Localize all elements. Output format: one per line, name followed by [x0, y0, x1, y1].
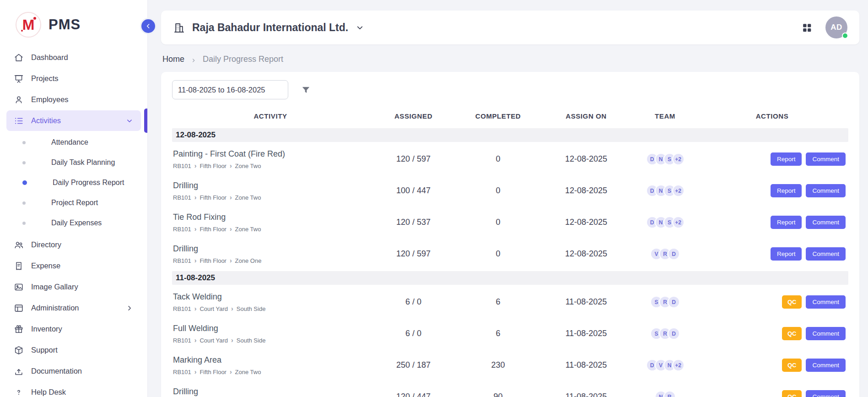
sidebar-nav: Dashboard Projects Employees Activities … — [0, 46, 147, 397]
activity-name: Tie Rod Fixing — [173, 212, 369, 222]
chevron-right-icon: › — [231, 337, 233, 343]
team-member-avatar: +2 — [672, 153, 685, 165]
table-row: Tack Welding RB101›Court Yard›South Side… — [172, 286, 848, 318]
column-header-team: TEAM — [634, 112, 696, 120]
path-segment: RB101 — [173, 194, 191, 201]
sidebar-item-documentation[interactable]: Documentation — [6, 361, 141, 381]
report-button[interactable]: Report — [771, 247, 802, 261]
path-segment: RB101 — [173, 257, 191, 264]
date-range-field[interactable] — [172, 80, 288, 99]
sidebar-item-activities[interactable]: Activities — [6, 110, 141, 131]
building-icon — [173, 22, 185, 34]
team-member-avatar: +2 — [672, 185, 685, 197]
date-range-input[interactable] — [178, 86, 279, 94]
filter-funnel-icon[interactable] — [301, 85, 311, 95]
assigned-value: 6 / 0 — [369, 297, 458, 307]
breadcrumb-home-link[interactable]: Home — [162, 54, 184, 64]
completed-value: 6 — [458, 329, 538, 338]
table-row: Painting - First Coat (Fire Red) RB101›F… — [172, 143, 848, 175]
assigned-value: 120 / 597 — [369, 249, 458, 259]
sidebar-subitem-daily-expenses[interactable]: Daily Expenses — [0, 213, 147, 233]
logo-letter: M — [22, 17, 35, 32]
bullet-icon — [22, 161, 26, 164]
chevron-right-icon: › — [231, 305, 233, 312]
gift-icon — [14, 324, 24, 334]
breadcrumb: Home Daily Progress Report — [162, 54, 859, 64]
sidebar-collapse-button[interactable] — [140, 18, 156, 34]
sidebar-item-support[interactable]: Support — [6, 340, 141, 360]
comment-button[interactable]: Comment — [806, 327, 846, 340]
assign-on-value: 11-08-2025 — [538, 392, 634, 397]
apps-grid-icon[interactable] — [801, 22, 813, 33]
chevron-right-icon: › — [194, 257, 197, 264]
team-avatars: DNS+2 — [634, 185, 696, 197]
activity-path: RB101›Court Yard›South Side — [173, 337, 369, 344]
completed-value: 0 — [458, 218, 538, 227]
report-button[interactable]: Report — [771, 184, 802, 197]
sidebar-item-directory[interactable]: Directory — [6, 234, 141, 255]
table-row: Drilling RB101›Fifth Floor›Zone One 120 … — [172, 238, 848, 270]
activity-cell: Painting - First Coat (Fire Red) RB101›F… — [172, 149, 369, 169]
report-button[interactable]: Report — [771, 216, 802, 229]
activity-name: Drilling — [173, 244, 369, 254]
chevron-right-icon: › — [194, 369, 197, 375]
comment-button[interactable]: Comment — [806, 247, 846, 261]
sidebar-subitem-project-report[interactable]: Project Report — [0, 193, 147, 213]
comment-button[interactable]: Comment — [806, 295, 846, 309]
sidebar-item-dashboard[interactable]: Dashboard — [6, 47, 141, 68]
chevron-right-icon: › — [230, 257, 232, 264]
comment-button[interactable]: Comment — [806, 390, 846, 397]
sidebar-item-label: Employees — [31, 95, 134, 104]
column-header-actions: ACTIONS — [696, 112, 848, 120]
group-date: 12-08-2025 — [176, 131, 216, 140]
team-avatars: VRD — [634, 248, 696, 260]
company-selector[interactable]: Raja Bahadur International Ltd. — [173, 22, 365, 34]
sidebar-item-label: Inventory — [31, 325, 134, 333]
sidebar-subitem-daily-progress-report[interactable]: Daily Progress Report — [0, 173, 147, 193]
sidebar-item-projects[interactable]: Projects — [6, 68, 141, 89]
app-root: M PMS Dashboard Projects Employees Activ… — [0, 0, 868, 397]
sidebar-item-expense[interactable]: Expense — [6, 256, 141, 276]
completed-value: 0 — [458, 249, 538, 259]
path-segment: South Side — [237, 337, 266, 344]
qc-button[interactable]: QC — [782, 327, 802, 340]
brand: M PMS — [0, 0, 147, 46]
qc-button[interactable]: QC — [782, 359, 802, 372]
activity-cell: Tie Rod Fixing RB101›Fifth Floor›Zone Tw… — [172, 212, 369, 233]
sidebar-item-help-desk[interactable]: Help Desk — [6, 382, 141, 397]
team-member-avatar: R — [663, 391, 676, 397]
comment-button[interactable]: Comment — [806, 184, 846, 197]
sidebar-item-image-gallary[interactable]: Image Gallary — [6, 277, 141, 297]
activity-path: RB101›Fifth Floor›Zone Two — [173, 369, 369, 375]
online-status-dot — [842, 33, 848, 39]
path-segment: Court Yard — [199, 337, 228, 344]
company-name: Raja Bahadur International Ltd. — [192, 22, 348, 34]
comment-button[interactable]: Comment — [806, 216, 846, 229]
activity-cell: Drilling RB101›Fifth Floor›Zone Two — [172, 387, 369, 397]
user-avatar[interactable]: AD — [825, 16, 847, 38]
sidebar-subitem-daily-task-planning[interactable]: Daily Task Planning — [0, 152, 147, 173]
chevron-down-icon — [355, 23, 365, 33]
row-actions: ReportComment — [696, 247, 848, 261]
column-header-assigned: ASSIGNED — [369, 112, 458, 120]
qc-button[interactable]: QC — [782, 295, 802, 309]
row-actions: ReportComment — [696, 152, 848, 166]
breadcrumb-current: Daily Progress Report — [203, 54, 283, 64]
comment-button[interactable]: Comment — [806, 152, 846, 166]
completed-value: 0 — [458, 154, 538, 164]
report-button[interactable]: Report — [771, 152, 802, 166]
path-segment: Fifth Floor — [199, 226, 226, 233]
assigned-value: 120 / 597 — [369, 154, 458, 164]
completed-value: 90 — [458, 392, 538, 397]
sidebar-subitem-attendance[interactable]: Attendance — [0, 132, 147, 152]
sidebar-item-administration[interactable]: Administration — [6, 298, 141, 318]
chevron-down-icon — [125, 117, 134, 125]
chevron-right-icon — [125, 304, 134, 312]
assigned-value: 120 / 537 — [369, 218, 458, 227]
activity-path: RB101›Fifth Floor›Zone Two — [173, 194, 369, 201]
qc-button[interactable]: QC — [782, 390, 802, 397]
sidebar-item-inventory[interactable]: Inventory — [6, 319, 141, 339]
sidebar-item-employees[interactable]: Employees — [6, 89, 141, 110]
comment-button[interactable]: Comment — [806, 359, 846, 372]
sidebar-item-label: Dashboard — [31, 53, 134, 62]
